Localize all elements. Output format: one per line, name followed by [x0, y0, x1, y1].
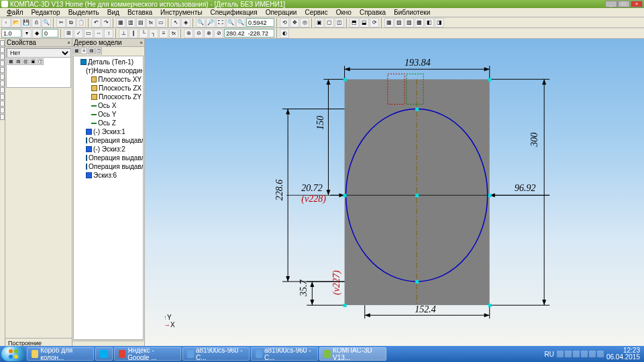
- tree-item-4[interactable]: Операция выдавливания:6: [75, 162, 142, 171]
- tray-icon-5[interactable]: [589, 351, 596, 357]
- task-chrome[interactable]: Яндекс - Google ...: [114, 347, 181, 361]
- prop-icon-2[interactable]: ▤: [15, 58, 21, 65]
- tb-m[interactable]: ◧: [425, 18, 434, 27]
- tree-origin[interactable]: (т)Начало координат: [75, 66, 142, 75]
- zoom-in-icon[interactable]: 🔍: [196, 18, 205, 27]
- close-button[interactable]: ×: [631, 1, 643, 7]
- task-img1[interactable]: а81900сs-960 - С...: [182, 347, 250, 361]
- paste-icon[interactable]: 📋: [76, 18, 86, 27]
- menu-libs[interactable]: Библиотеки: [390, 9, 434, 16]
- prop-select[interactable]: Нет: [7, 48, 71, 58]
- rotate-icon[interactable]: ⟲: [280, 18, 289, 27]
- tree-tb-4[interactable]: ◫: [95, 48, 102, 54]
- persp-icon[interactable]: ◫: [335, 18, 344, 27]
- tree-tb-3[interactable]: ▤: [88, 48, 95, 54]
- tree-axis-z[interactable]: Ось Z: [75, 119, 142, 127]
- preview-icon[interactable]: 🔍: [42, 18, 51, 27]
- tb2-f[interactable]: ↔: [94, 29, 103, 38]
- minimize-button[interactable]: _: [605, 1, 617, 7]
- tree-axis-y[interactable]: Ось Y: [75, 110, 142, 119]
- vtool-2[interactable]: [0, 47, 5, 53]
- save-icon[interactable]: 💾: [21, 18, 31, 27]
- refresh-icon[interactable]: ⟳: [370, 18, 379, 27]
- print-icon[interactable]: ⎙: [32, 18, 41, 27]
- tree-axis-x[interactable]: Ось X: [75, 101, 142, 110]
- start-button[interactable]: [1, 347, 25, 361]
- cursor-icon[interactable]: ↖: [171, 18, 180, 27]
- tb2-h[interactable]: ⊥: [119, 29, 128, 38]
- orbit-icon[interactable]: ◎: [300, 18, 309, 27]
- clock[interactable]: 12:2306.04.2015: [606, 347, 640, 361]
- open-icon[interactable]: 📂: [11, 18, 21, 27]
- tree-plane-zy[interactable]: Плоскость ZY: [75, 93, 142, 101]
- menu-tools[interactable]: Инструменты: [156, 9, 206, 16]
- tree-tb-2[interactable]: ≡: [80, 48, 87, 54]
- tb2-m[interactable]: fx: [169, 29, 178, 38]
- copy-icon[interactable]: ⧉: [66, 18, 76, 27]
- prop-icon-5[interactable]: ◫: [37, 58, 44, 65]
- maximize-button[interactable]: □: [618, 1, 630, 7]
- wire-icon[interactable]: ▢: [325, 18, 334, 27]
- tb2-p[interactable]: ⊗: [204, 29, 213, 38]
- vtool-9[interactable]: [0, 94, 5, 100]
- tb2-b[interactable]: ◆: [32, 29, 42, 38]
- tree-item-5[interactable]: Эскиз:6: [75, 171, 142, 180]
- tb-f[interactable]: ◈: [181, 18, 191, 27]
- menu-spec[interactable]: Спецификация: [206, 9, 261, 16]
- menu-file[interactable]: Файл: [3, 9, 28, 16]
- redo-icon[interactable]: ↷: [101, 18, 111, 27]
- properties-close-icon[interactable]: ×: [67, 40, 70, 46]
- tb-e[interactable]: ▭: [156, 18, 166, 27]
- coord-input[interactable]: [224, 29, 274, 38]
- lang-indicator[interactable]: RU: [544, 351, 553, 358]
- tb-h[interactable]: ⬓: [360, 18, 369, 27]
- tree-plane-xy[interactable]: Плоскость XY: [75, 75, 142, 84]
- zoom-icon[interactable]: 🔍: [226, 18, 235, 27]
- tb-a[interactable]: ▦: [116, 18, 125, 27]
- step-input[interactable]: [42, 29, 58, 38]
- task-skype[interactable]: [95, 347, 113, 361]
- tb2-o[interactable]: ⊖: [194, 29, 203, 38]
- viewport[interactable]: 193.84 300 228.6: [145, 39, 644, 347]
- cut-icon[interactable]: ✂: [56, 18, 66, 27]
- zoom-icon2[interactable]: 🔍: [236, 18, 246, 27]
- menu-insert[interactable]: Вставка: [123, 9, 156, 16]
- tray-icon-6[interactable]: [597, 351, 604, 357]
- vtool-4[interactable]: [0, 60, 5, 66]
- menu-edit[interactable]: Редактор: [28, 9, 64, 16]
- tb2-e[interactable]: ▭: [84, 29, 93, 38]
- tree-root[interactable]: Деталь (Тел-1): [75, 58, 142, 66]
- tray-icon-1[interactable]: [557, 351, 564, 357]
- tb2-l[interactable]: ≡: [159, 29, 168, 38]
- tree-item-3[interactable]: Операция выдавливания:3: [75, 154, 142, 162]
- tree-plane-zx[interactable]: Плоскость ZX: [75, 84, 142, 93]
- tb-k[interactable]: ▨: [405, 18, 414, 27]
- task-explorer[interactable]: Короб для колон...: [27, 347, 94, 361]
- menu-help[interactable]: Справка: [356, 9, 390, 16]
- task-kompas[interactable]: КОМПАС-3D V13...: [319, 347, 386, 361]
- vtool-5[interactable]: [0, 67, 5, 73]
- vtool-11[interactable]: [0, 107, 5, 113]
- tb2-k[interactable]: ┐: [149, 29, 158, 38]
- tb-j[interactable]: ▧: [394, 18, 404, 27]
- tray-icon-4[interactable]: [581, 351, 588, 357]
- zoom-input[interactable]: [246, 18, 274, 27]
- undo-icon[interactable]: ↶: [91, 18, 101, 27]
- tree-close-icon[interactable]: ×: [140, 40, 143, 46]
- tree-item-1[interactable]: Операция выдавливания:1: [75, 136, 142, 145]
- tray-icon-2[interactable]: [565, 351, 572, 357]
- vtool-10[interactable]: [0, 101, 5, 107]
- tree-item-0[interactable]: (-) Эскиз:1: [75, 127, 142, 136]
- prop-icon-3[interactable]: ▥: [22, 58, 29, 65]
- tb2-i[interactable]: ∥: [129, 29, 138, 38]
- tb-g[interactable]: ⬒: [350, 18, 359, 27]
- new-icon[interactable]: ▫: [1, 18, 11, 27]
- tree-tb-1[interactable]: ▦: [73, 48, 80, 54]
- tree-item-2[interactable]: (-) Эскиз:2: [75, 145, 142, 154]
- tb2-q[interactable]: ⊘: [214, 29, 223, 38]
- tb2-j[interactable]: └: [139, 29, 148, 38]
- model-tree[interactable]: Деталь (Тел-1) (т)Начало координат Плоск…: [73, 56, 144, 340]
- zoom-out-icon[interactable]: 🔎: [206, 18, 215, 27]
- tb-l[interactable]: ▩: [415, 18, 424, 27]
- vtool-3[interactable]: [0, 54, 5, 60]
